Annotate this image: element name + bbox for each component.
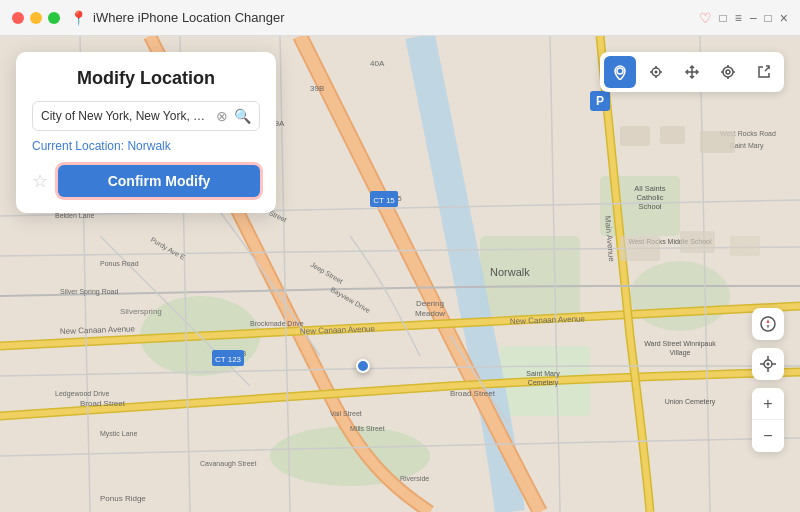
svg-text:Deering: Deering <box>416 299 444 308</box>
svg-text:Village: Village <box>670 349 691 357</box>
svg-text:CT 15: CT 15 <box>373 196 395 205</box>
svg-text:Vail Street: Vail Street <box>330 410 362 417</box>
zoom-in-button[interactable]: + <box>752 388 784 420</box>
clear-search-icon[interactable]: ⊗ <box>216 109 228 123</box>
close-button[interactable] <box>12 12 24 24</box>
svg-point-68 <box>723 67 733 77</box>
svg-text:40A: 40A <box>370 59 385 68</box>
svg-text:Ledgewood Drive: Ledgewood Drive <box>55 390 110 398</box>
svg-text:Cemetery: Cemetery <box>528 379 559 387</box>
svg-rect-56 <box>660 126 685 144</box>
min-icon[interactable]: – <box>750 11 757 25</box>
svg-text:School: School <box>639 202 662 211</box>
svg-text:Broad Street: Broad Street <box>80 399 126 408</box>
search-value: City of New York, New York, Uni... <box>41 109 210 123</box>
svg-text:Cavanaugh Street: Cavanaugh Street <box>200 460 256 468</box>
compass-button[interactable] <box>752 308 784 340</box>
svg-point-76 <box>767 363 770 366</box>
svg-text:Ponus Ridge: Ponus Ridge <box>100 494 146 503</box>
maximize-button[interactable] <box>48 12 60 24</box>
svg-text:Ponus Road: Ponus Road <box>100 260 139 267</box>
crosshair-tool[interactable] <box>640 56 672 88</box>
export-tool[interactable] <box>748 56 780 88</box>
svg-text:Meadow: Meadow <box>415 309 445 318</box>
favorite-button[interactable]: ☆ <box>32 170 48 192</box>
search-box[interactable]: City of New York, New York, Uni... ⊗ 🔍 <box>32 101 260 131</box>
minimize-button[interactable] <box>30 12 42 24</box>
window-controls[interactable] <box>12 12 60 24</box>
svg-text:Silver Spring Road: Silver Spring Road <box>60 288 118 296</box>
svg-point-5 <box>630 261 730 331</box>
confirm-modify-button[interactable]: Confirm Modify <box>58 165 260 197</box>
title-bar: 📍 iWhere iPhone Location Changer ♡ □ ≡ –… <box>0 0 800 36</box>
svg-rect-58 <box>620 236 660 261</box>
svg-point-63 <box>655 71 658 74</box>
svg-rect-55 <box>620 126 650 146</box>
svg-text:Mills Street: Mills Street <box>350 425 385 432</box>
svg-rect-59 <box>680 231 715 253</box>
menu-icon[interactable]: ≡ <box>735 11 742 25</box>
x-icon[interactable]: × <box>780 10 788 26</box>
svg-text:Belden Lane: Belden Lane <box>55 212 94 219</box>
title-bar-right: ♡ □ ≡ – □ × <box>699 10 788 26</box>
svg-rect-60 <box>730 236 760 256</box>
svg-text:CT 123: CT 123 <box>215 355 242 364</box>
search-icon[interactable]: 🔍 <box>234 108 251 124</box>
svg-text:Catholic: Catholic <box>636 193 663 202</box>
location-pin-tool[interactable] <box>604 56 636 88</box>
heart-icon[interactable]: ♡ <box>699 10 712 26</box>
svg-text:Mystic Lane: Mystic Lane <box>100 430 137 438</box>
zoom-out-button[interactable]: − <box>752 420 784 452</box>
svg-text:All Saints: All Saints <box>634 184 666 193</box>
svg-text:P: P <box>596 94 604 108</box>
svg-point-61 <box>617 68 623 74</box>
svg-text:Union Cemetery: Union Cemetery <box>665 398 716 406</box>
location-panel: Modify Location City of New York, New Yo… <box>16 52 276 213</box>
zoom-controls: + − <box>752 308 784 452</box>
window-icon[interactable]: □ <box>720 11 727 25</box>
app-title: iWhere iPhone Location Changer <box>93 10 699 25</box>
svg-text:Riverside: Riverside <box>400 475 429 482</box>
move-tool[interactable] <box>676 56 708 88</box>
svg-text:Brockmade Drive: Brockmade Drive <box>250 320 304 327</box>
svg-rect-57 <box>700 131 735 153</box>
svg-text:Norwalk: Norwalk <box>490 266 530 278</box>
panel-title: Modify Location <box>32 68 260 89</box>
target-tool[interactable] <box>712 56 744 88</box>
map-marker <box>356 359 370 373</box>
svg-text:Saint Mary: Saint Mary <box>526 370 560 378</box>
svg-text:Ward Street Winnipauk: Ward Street Winnipauk <box>644 340 716 348</box>
app-icon: 📍 <box>70 10 87 26</box>
map-container[interactable]: New Canaan Avenue New Canaan Avenue New … <box>0 36 800 512</box>
svg-text:39B: 39B <box>310 84 324 93</box>
svg-text:Saint Mary: Saint Mary <box>730 142 764 150</box>
svg-text:Silverspring: Silverspring <box>120 307 162 316</box>
map-toolbar <box>600 52 784 92</box>
locate-button[interactable] <box>752 348 784 380</box>
svg-text:Broad Street: Broad Street <box>450 389 496 398</box>
svg-point-69 <box>726 70 730 74</box>
panel-actions: ☆ Confirm Modify <box>32 165 260 197</box>
max-icon[interactable]: □ <box>765 11 772 25</box>
current-location-link[interactable]: Current Location: Norwalk <box>32 139 260 153</box>
